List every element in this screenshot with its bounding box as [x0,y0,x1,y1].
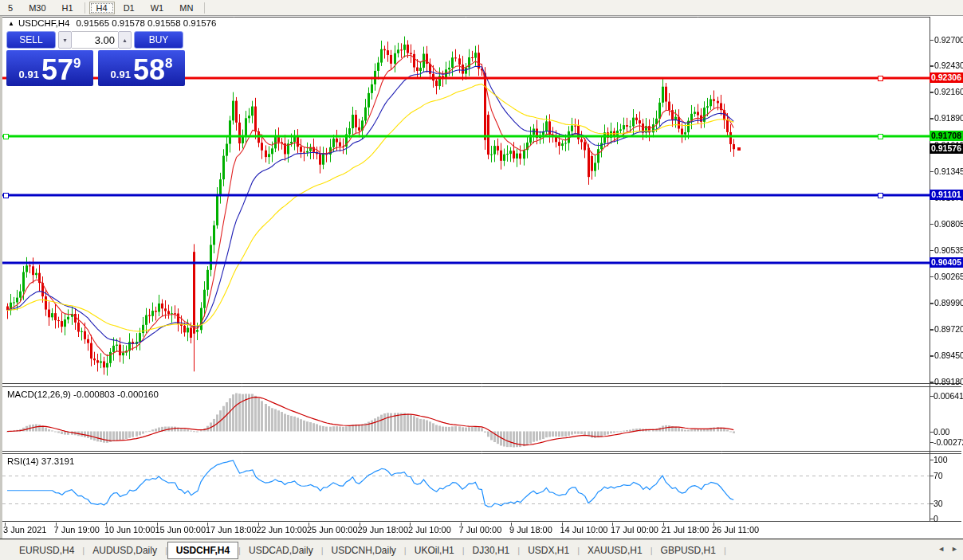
macd-indicator-label: MACD(12,26,9) -0.000803 -0.000160 [7,390,159,399]
price-tick-label: 0.89180 [934,377,963,386]
time-tick-label: 2 Jul 10:00 [408,525,451,535]
chart-title-symbol: USDCHF,H4 [18,18,70,28]
time-tick-label: 29 Jun 18:00 [358,525,409,535]
price-level-badge: 0.91708 [930,131,963,141]
rsi-axis-label: 70 [934,471,943,480]
timeframe-button-mn[interactable]: MN [172,2,200,14]
ask-price-display[interactable]: 0.91 58 8 [98,50,185,86]
tabs-scroll-left-button[interactable]: ◄ [937,545,945,553]
rsi-axis-label: 30 [934,499,943,508]
chart-tab-usdchf-h4[interactable]: USDCHF,H4 [167,542,238,559]
rsi-axis-label: 0 [934,514,938,523]
chart-tab-audusd-daily[interactable]: AUDUSD,Daily [85,542,165,558]
chart-title-ohlc: 0.91565 0.91578 0.91558 0.91576 [76,18,216,28]
buy-button[interactable]: BUY [134,31,183,49]
chart-tab-dj30-h1[interactable]: DJ30,H1 [465,542,518,558]
tab-separator: | [724,546,726,555]
time-tick-label: 25 Jun 00:00 [307,525,358,535]
time-tick-label: 15 Jun 00:00 [155,525,206,535]
price-tick-label: 0.89450 [934,350,963,360]
volume-input[interactable] [72,31,118,49]
time-tick-label: 17 Jul 00:00 [611,525,658,535]
price-tick-label: 0.92700 [934,35,963,45]
time-tick-label: 26 Jul 11:00 [712,525,759,535]
price-tick-label: 0.89720 [934,324,963,334]
timeframe-button-d1[interactable]: D1 [116,2,142,14]
price-tick-label: 0.90265 [934,272,963,281]
bid-prefix: 0.91 [19,69,39,80]
time-tick-label: 9 Jul 18:00 [509,525,552,535]
macd-axis-label: 0.006413 [934,391,963,401]
tabs-scroll-right-button[interactable]: ► [951,545,958,553]
rsi-indicator-label: RSI(14) 37.3191 [7,456,74,466]
price-level-badge: 0.90405 [930,257,963,268]
price-level-badge: 0.91576 [930,143,963,154]
time-tick-label: 21 Jul 18:00 [662,525,709,535]
price-tick-label: 0.92160 [934,87,963,96]
chart-tab-ukoil-h1[interactable]: UKOil,H1 [407,542,462,558]
bid-pip-digit: 9 [73,56,81,72]
volume-decrease-button[interactable]: ▾ [58,31,72,49]
ask-prefix: 0.91 [111,69,131,80]
chart-tab-usdcnh-daily[interactable]: USDCNH,Daily [324,542,404,558]
time-tick-label: 7 Jun 19:00 [54,525,100,535]
one-click-trade-panel: SELL ▾ ▴ BUY 0.91 57 9 0.91 58 8 [6,31,185,86]
sell-button[interactable]: SELL [6,31,56,49]
price-tick-label: 0.91890 [934,113,963,123]
price-tick-label: 0.90535 [934,245,963,255]
price-tick-label: 0.91345 [934,166,963,176]
timeframe-button-h1[interactable]: H1 [55,2,81,14]
volume-increase-button[interactable]: ▴ [118,31,132,49]
chart-title: ▲USDCHF,H40.91565 0.91578 0.91558 0.9157… [8,18,216,28]
macd-axis-label: -0.00272 [934,437,963,447]
bid-big-digits: 57 [41,57,73,84]
price-level-badge: 0.91101 [930,190,963,200]
bid-price-display[interactable]: 0.91 57 9 [6,50,93,86]
timeframe-button-h4[interactable]: H4 [89,2,115,14]
chart-tab-usdx-h1[interactable]: USDX,H1 [520,542,577,558]
time-tick-label: 17 Jun 18:00 [206,525,257,535]
rsi-axis-label: 100 [934,455,948,464]
price-tick-label: 0.90805 [934,219,963,229]
time-tick-label: 14 Jul 10:00 [560,525,608,535]
chart-tab-gbpusd-h1[interactable]: GBPUSD,H1 [653,542,724,558]
timeframe-button-m30[interactable]: M30 [22,2,53,14]
macd-axis-label: 0.00 [934,427,949,437]
price-tick-label: 0.92430 [934,61,963,70]
chart-collapse-icon[interactable]: ▲ [8,20,14,27]
toolbar-separator [204,2,205,14]
timeframe-button-w1[interactable]: W1 [143,2,171,14]
ask-big-digits: 58 [133,57,165,84]
toolbar-separator [85,2,85,14]
timeframe-toolbar: 5M30H1H4D1W1MN [0,0,963,16]
timeframe-button-5[interactable]: 5 [1,2,20,14]
time-tick-label: 3 Jun 2021 [3,525,46,535]
time-tick-label: 7 Jul 00:00 [459,525,502,535]
chart-tab-usdcad-daily[interactable]: USDCAD,Daily [241,542,321,558]
price-tick-label: 0.89990 [934,298,963,307]
chart-tabs-bar: EURUSD,H4|AUDUSD,Daily|USDCHF,H4|USDCAD,… [0,539,963,560]
mt4-window: { "icons": { "collapse_triangle": "▲", "… [0,0,963,560]
price-level-badge: 0.92306 [930,72,963,83]
time-tick-label: 22 Jun 10:00 [257,525,308,535]
ask-pip-digit: 8 [165,56,172,72]
chart-tab-eurusd-h4[interactable]: EURUSD,H4 [11,542,82,558]
time-tick-label: 10 Jun 10:00 [104,525,155,535]
chart-tab-xauusd-h1[interactable]: XAUUSD,H1 [580,542,651,558]
